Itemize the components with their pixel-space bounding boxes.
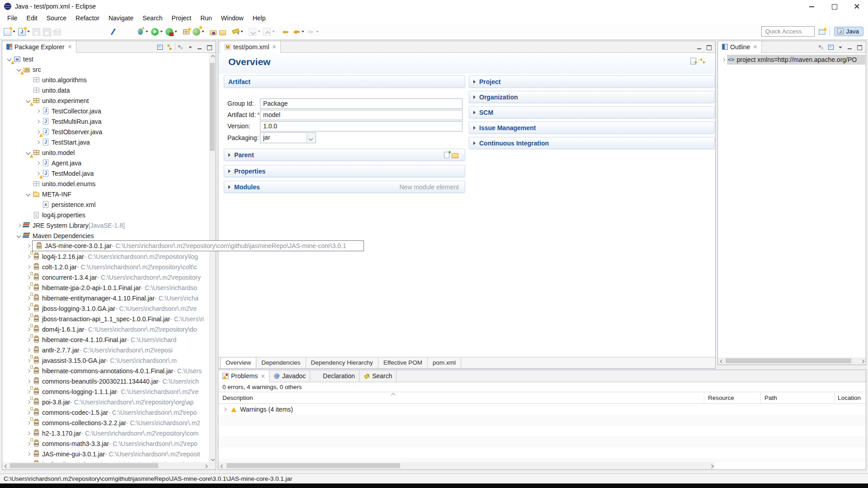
window-minimize-button[interactable] xyxy=(800,0,823,13)
page-tab-overview[interactable]: Overview xyxy=(220,357,256,368)
tree-row[interactable]: JAS-mine-gui-3.0.1.jar - C:\Users\richar… xyxy=(2,449,209,459)
chevron-right-icon[interactable] xyxy=(473,141,476,145)
focus-task-icon[interactable] xyxy=(817,43,826,51)
scrollbar-thumb[interactable] xyxy=(226,463,400,468)
chevron-down-icon[interactable] xyxy=(302,31,304,33)
scroll-right-icon[interactable] xyxy=(202,462,209,469)
chevron-right-icon[interactable] xyxy=(473,95,476,99)
tree-row[interactable]: commons-codec-1.5.jar - C:\Users\richard… xyxy=(2,407,209,418)
section-modules[interactable]: ModulesNew module element xyxy=(224,181,465,193)
expander-icon[interactable] xyxy=(25,378,32,385)
tree-row[interactable]: Maven Dependencies xyxy=(2,230,209,241)
maximize-view-icon[interactable] xyxy=(205,43,213,51)
outline-horizontal-scrollbar[interactable] xyxy=(718,357,866,365)
page-tab-dependency-hierarchy[interactable]: Dependency Hierarchy xyxy=(306,357,378,368)
expander-icon[interactable] xyxy=(34,139,42,146)
tree-row[interactable]: hibernate-entitymanager-4.1.10.Final.jar… xyxy=(2,293,209,303)
section-organization[interactable]: Organization xyxy=(469,91,715,103)
expander-icon[interactable] xyxy=(25,450,32,458)
column-path[interactable]: Path xyxy=(764,392,777,404)
chevron-down-icon[interactable] xyxy=(27,31,30,33)
tree-vertical-scrollbar[interactable] xyxy=(209,53,216,462)
section-properties[interactable]: Properties xyxy=(224,165,465,177)
selected-tree-item-overlay[interactable]: JAS-mine-core-3.0.1.jar - C:\Users\richa… xyxy=(25,240,364,251)
scrollbar-thumb[interactable] xyxy=(10,463,158,468)
tree-row[interactable]: persistence.xml xyxy=(2,199,209,210)
focus-task-icon[interactable] xyxy=(177,43,185,51)
window-maximize-button[interactable] xyxy=(823,0,845,13)
chevron-down-icon[interactable] xyxy=(146,31,148,33)
link-with-editor-icon[interactable] xyxy=(165,43,174,51)
back-button[interactable] xyxy=(291,27,306,37)
new-wizard-button[interactable] xyxy=(2,27,17,37)
tree-row[interactable]: commons-math3-3.3.jar - C:\Users\richard… xyxy=(2,438,209,449)
chevron-down-icon[interactable] xyxy=(316,31,319,33)
chevron-down-icon[interactable] xyxy=(202,31,204,33)
section-parent[interactable]: Parent xyxy=(224,149,465,161)
scroll-up-icon[interactable] xyxy=(209,53,216,60)
column-location[interactable]: Location xyxy=(838,392,861,404)
tree-row[interactable]: TestMultiRun.java xyxy=(2,116,209,127)
tree-row[interactable]: batik-util-1.6-1.jar - C:\Users\richards… xyxy=(2,459,209,462)
tab-package-explorer[interactable]: Package Explorer xyxy=(2,41,76,53)
page-tab-pom.xml[interactable]: pom.xml xyxy=(428,357,461,368)
tree-row[interactable]: unito.data xyxy=(2,85,209,95)
version-input[interactable]: 1.0.0 xyxy=(260,121,462,131)
close-icon[interactable] xyxy=(261,374,265,378)
tab-outline[interactable]: Outline xyxy=(718,41,762,53)
tree-row[interactable]: TestModel.java xyxy=(2,168,209,178)
tree-row[interactable]: log4j-1.2.16.jar - C:\Users\richardsonr\… xyxy=(2,251,209,262)
doc-add-icon[interactable] xyxy=(444,152,449,158)
open-folder-button[interactable] xyxy=(218,28,227,36)
tree-row[interactable]: test xyxy=(2,54,209,64)
minimize-view-icon[interactable] xyxy=(846,43,854,51)
selected-jar-item[interactable]: JAS-mine-core-3.0.1.jar - C:\Users\richa… xyxy=(32,240,364,251)
scroll-left-icon[interactable] xyxy=(718,357,725,365)
refresh-icon[interactable] xyxy=(698,57,707,65)
tree-row[interactable]: unito.model.enums xyxy=(2,178,209,189)
page-tab-dependencies[interactable]: Dependencies xyxy=(256,357,306,368)
expander-icon[interactable] xyxy=(25,430,32,437)
mark-occurrences-button[interactable] xyxy=(230,27,245,37)
window-close-button[interactable] xyxy=(845,0,868,13)
folder-open-icon[interactable] xyxy=(452,153,458,158)
column-resource[interactable]: Resource xyxy=(708,392,734,404)
scroll-down-icon[interactable] xyxy=(209,455,216,462)
menu-help[interactable]: Help xyxy=(248,13,270,24)
open-perspective-icon[interactable] xyxy=(819,29,826,35)
tree-row[interactable]: concurrent-1.3.4.jar - C:\Users\richards… xyxy=(2,272,209,282)
tab-problems[interactable]: Problems xyxy=(218,370,269,382)
last-edit-location-button[interactable] xyxy=(281,27,291,37)
coverage-button[interactable] xyxy=(164,27,179,37)
page-tab-effective-pom[interactable]: Effective POM xyxy=(378,357,428,368)
chevron-down-icon[interactable] xyxy=(258,31,260,33)
outline-selected-node[interactable]: <> project xmlns=http://maven.apache.org… xyxy=(727,55,865,65)
tree-row[interactable]: hibernate-jpa-2.0-api-1.0.1.Final.jar - … xyxy=(2,282,209,293)
tree-row[interactable]: commons-beanutils-20030211.134440.jar - … xyxy=(2,376,209,386)
menu-refactor[interactable]: Refactor xyxy=(71,13,104,24)
tab-declaration[interactable]: Declaration xyxy=(310,370,359,382)
expander-icon[interactable] xyxy=(15,222,23,229)
expander-icon[interactable] xyxy=(34,118,42,125)
close-icon[interactable] xyxy=(753,45,757,49)
perspective-java-button[interactable]: Java xyxy=(834,27,863,36)
tree-row[interactable]: jboss-transaction-api_1.1_spec-1.0.0.Fin… xyxy=(2,314,209,324)
tree-row[interactable]: jboss-logging-3.1.0.GA.jar - C:\Users\ri… xyxy=(2,303,209,314)
tree-row[interactable]: src xyxy=(2,64,209,75)
menu-source[interactable]: Source xyxy=(42,13,71,24)
warnings-group-row[interactable]: Warnings (4 items) xyxy=(218,404,866,415)
menu-navigate[interactable]: Navigate xyxy=(104,13,138,24)
chevron-right-icon[interactable] xyxy=(473,111,476,114)
tree-row[interactable]: unito.experiment xyxy=(2,95,209,106)
groupid-input[interactable]: Package xyxy=(260,99,462,109)
expander-icon[interactable] xyxy=(720,56,727,63)
chevron-down-icon[interactable] xyxy=(272,31,275,33)
expander-icon[interactable] xyxy=(15,232,23,239)
expander-icon[interactable] xyxy=(221,406,228,413)
run-button[interactable] xyxy=(150,27,164,37)
menu-search[interactable]: Search xyxy=(138,13,167,24)
expander-icon[interactable] xyxy=(25,263,32,271)
tree-row[interactable]: colt-1.2.0.jar - C:\Users\richardsonr\.m… xyxy=(2,262,209,272)
quick-access-input[interactable]: Quick Access xyxy=(761,26,815,37)
close-icon[interactable] xyxy=(68,45,72,49)
